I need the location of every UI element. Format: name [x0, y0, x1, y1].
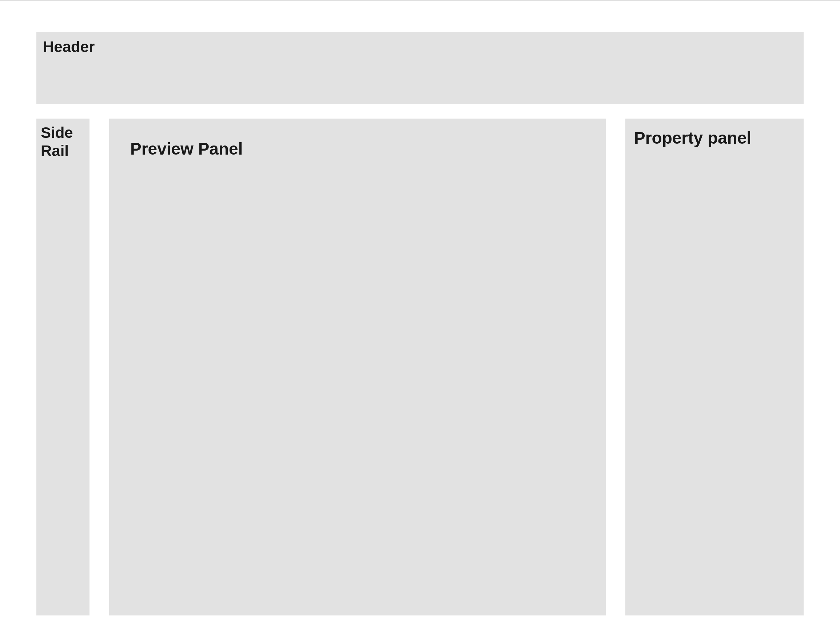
side-rail-title: Side Rail [41, 124, 85, 160]
page-top-border [0, 0, 840, 1]
header-region: Header [36, 32, 804, 104]
preview-panel-title: Preview Panel [130, 139, 584, 159]
side-rail-region: Side Rail [36, 118, 90, 616]
header-title: Header [43, 38, 797, 56]
property-panel-region: Property panel [625, 118, 804, 616]
body-row: Side Rail Preview Panel Property panel [36, 118, 804, 616]
preview-panel-region: Preview Panel [109, 118, 606, 616]
layout-container: Header Side Rail Preview Panel Property … [0, 0, 840, 630]
property-panel-title: Property panel [634, 128, 795, 148]
